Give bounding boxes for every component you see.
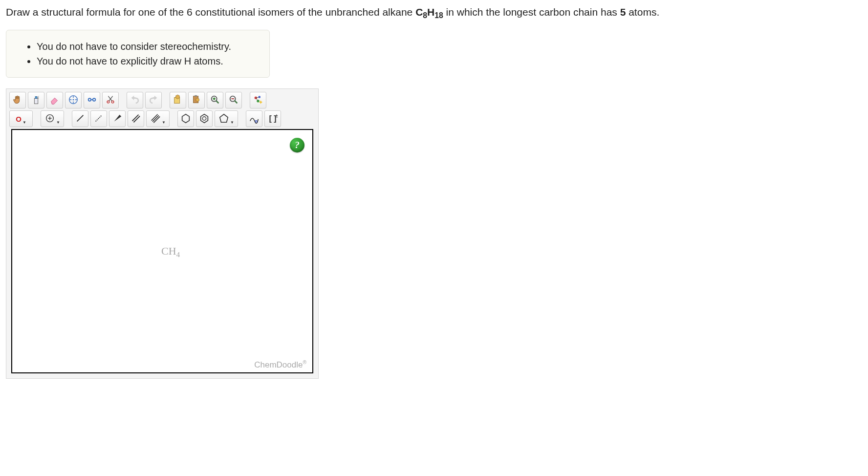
- hexagon-icon: [180, 113, 191, 125]
- hand-icon: [12, 94, 23, 107]
- svg-marker-10: [176, 95, 180, 99]
- question-bold-number: 5: [620, 6, 626, 18]
- multi-bond-picker[interactable]: ▼: [146, 110, 170, 127]
- svg-point-4: [88, 98, 91, 101]
- chain-tool[interactable]: n: [246, 110, 262, 127]
- atom-picker[interactable]: O ▼: [9, 110, 33, 127]
- center-tool[interactable]: [65, 92, 82, 108]
- drawing-canvas[interactable]: ? CH4 ChemDoodle®: [11, 129, 313, 373]
- zoom-out-icon: [228, 94, 239, 107]
- ring-picker[interactable]: ▼: [215, 110, 238, 127]
- svg-line-30: [96, 115, 102, 121]
- clean-structure-button[interactable]: [250, 92, 266, 108]
- svg-line-29: [77, 115, 84, 121]
- charge-picker[interactable]: ▼: [41, 110, 64, 127]
- svg-text:n: n: [255, 119, 258, 124]
- chemdoodle-editor: O ▼ ▼: [6, 88, 319, 379]
- dashed-bond-icon: [93, 113, 104, 125]
- svg-marker-38: [201, 114, 208, 122]
- paste-structure-button[interactable]: [188, 92, 205, 108]
- double-bond-icon: [130, 113, 141, 125]
- zoom-in-icon: [210, 94, 220, 107]
- note-item: You do not have to consider stereochemis…: [37, 39, 257, 54]
- instructions-box: You do not have to consider stereochemis…: [6, 30, 270, 78]
- double-bond-tool[interactable]: [128, 110, 144, 127]
- chevron-down-icon: ▼: [22, 120, 26, 127]
- copy-structure-button[interactable]: [170, 92, 186, 108]
- svg-point-8: [111, 101, 114, 103]
- wedge-bond-tool[interactable]: [109, 110, 126, 127]
- undo-icon: [130, 94, 140, 107]
- redo-button[interactable]: [145, 92, 162, 108]
- question-suffix: atoms.: [626, 6, 659, 18]
- spray-icon: [31, 94, 42, 107]
- svg-point-7: [107, 101, 109, 103]
- clear-tool[interactable]: [28, 92, 44, 108]
- svg-rect-12: [195, 95, 197, 97]
- question-middle: in which the longest carbon chain has: [443, 6, 620, 18]
- redo-icon: [148, 94, 159, 107]
- svg-rect-1: [35, 96, 37, 98]
- svg-marker-40: [220, 114, 228, 122]
- zoom-in-button[interactable]: [207, 92, 223, 108]
- help-button[interactable]: ?: [290, 138, 304, 152]
- chemdoodle-branding: ChemDoodle®: [254, 360, 306, 370]
- chevron-down-icon: ▼: [230, 120, 234, 127]
- question-mark-icon: ?: [295, 140, 300, 151]
- svg-point-39: [202, 117, 206, 120]
- triple-bond-icon: [150, 113, 161, 125]
- lasso-tool[interactable]: [84, 92, 100, 108]
- svg-marker-31: [114, 114, 122, 121]
- lasso-icon: [87, 94, 97, 107]
- zoom-out-button[interactable]: [225, 92, 242, 108]
- bracket-icon: [ ]±: [269, 114, 276, 123]
- question-prefix: Draw a structural formula for one of the…: [6, 6, 415, 18]
- note-item: You do not have to explicitly draw H ato…: [37, 54, 257, 68]
- chevron-down-icon: ▼: [56, 120, 60, 127]
- pentagon-icon: [218, 113, 229, 125]
- hand-tool[interactable]: [9, 92, 26, 108]
- single-bond-icon: [75, 113, 86, 125]
- undo-button[interactable]: [127, 92, 143, 108]
- eraser-tool[interactable]: [46, 92, 63, 108]
- plus-circle-icon: [44, 113, 55, 125]
- benzene-icon: [199, 113, 210, 125]
- toolbar-row-2: O ▼ ▼: [9, 110, 315, 127]
- question-text: Draw a structural formula for one of the…: [6, 5, 862, 21]
- copy-struct-icon: [173, 94, 183, 107]
- wedge-bond-icon: [112, 113, 123, 125]
- formula: C8H18: [415, 6, 443, 18]
- chain-icon: n: [249, 113, 260, 125]
- atom-label: O: [16, 115, 22, 123]
- dashed-bond-tool[interactable]: [90, 110, 107, 127]
- svg-point-3: [73, 99, 74, 100]
- svg-point-5: [93, 98, 96, 101]
- cut-tool[interactable]: [102, 92, 119, 108]
- chevron-down-icon: ▼: [162, 120, 166, 127]
- clean-icon: [253, 94, 263, 107]
- cut-icon: [105, 94, 116, 107]
- eraser-icon: [49, 94, 60, 107]
- canvas-placeholder: CH4: [161, 245, 180, 259]
- cyclohexane-tool[interactable]: [177, 110, 194, 127]
- svg-line-15: [216, 101, 219, 104]
- svg-rect-0: [34, 98, 38, 104]
- bracket-tool[interactable]: [ ]±: [264, 110, 281, 127]
- move-icon: [68, 94, 79, 107]
- svg-marker-37: [182, 114, 190, 122]
- svg-line-19: [235, 101, 238, 104]
- benzene-tool[interactable]: [196, 110, 213, 127]
- svg-marker-13: [196, 98, 199, 101]
- toolbar-row-1: [9, 92, 315, 108]
- paste-struct-icon: [191, 94, 202, 107]
- single-bond-tool[interactable]: [72, 110, 88, 127]
